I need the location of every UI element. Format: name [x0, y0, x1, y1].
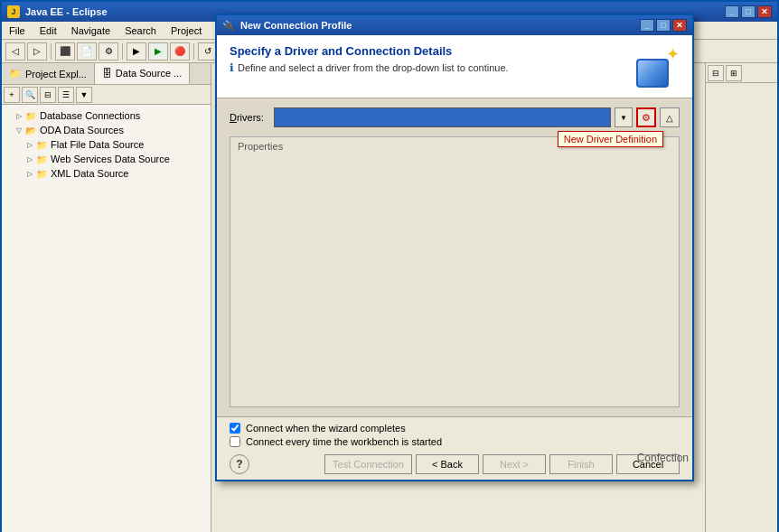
- dropdown-arrow-button[interactable]: ▼: [615, 107, 633, 127]
- expand-icon-xml: ▷: [27, 170, 33, 178]
- checkbox-connect-workbench[interactable]: [230, 436, 240, 447]
- tree-item-web-services[interactable]: ▷ 📁 Web Services Data Source: [4, 152, 209, 166]
- dialog-main-title: Specify a Driver and Connection Details: [230, 44, 636, 58]
- properties-section: Properties: [230, 136, 680, 407]
- new-connection-dialog[interactable]: 🔌 New Connection Profile _ □ ✕ Specify a…: [215, 14, 694, 481]
- tree-content: ▷ 📁 Database Connections ▽ 📂 ODA Data So…: [2, 105, 211, 532]
- right-btn-1[interactable]: ⊟: [708, 65, 724, 81]
- back-button[interactable]: < Back: [416, 454, 479, 474]
- panel-btn-filter[interactable]: 🔍: [22, 87, 38, 103]
- folder-icon-web: 📁: [35, 153, 48, 165]
- db-connections-label: Database Connections: [40, 110, 140, 121]
- toolbar-btn-6[interactable]: ▶: [127, 42, 146, 61]
- connection-icon-main: [636, 59, 669, 88]
- data-source-icon: 🗄: [102, 68, 112, 79]
- panel-btn-settings[interactable]: ▼: [76, 87, 92, 103]
- info-icon: ℹ: [230, 61, 234, 74]
- expand-icon-db: ▷: [16, 112, 22, 120]
- close-button[interactable]: ✕: [757, 5, 772, 18]
- right-panel: ⊟ ⊞: [705, 63, 777, 532]
- project-explorer-icon: 📁: [9, 68, 22, 79]
- checkboxes-area: Connect when the wizard completes Connec…: [230, 423, 680, 447]
- eclipse-icon: J: [7, 5, 20, 18]
- dialog-header-text: Specify a Driver and Connection Details …: [230, 44, 636, 74]
- tab-project-explorer[interactable]: 📁 Project Expl...: [2, 63, 95, 84]
- dialog-title-text: New Connection Profile: [240, 20, 352, 31]
- right-btn-2[interactable]: ⊞: [726, 65, 742, 81]
- toolbar-btn-5[interactable]: ⚙: [99, 42, 118, 61]
- panel-toolbar: + 🔍 ⊟ ☰ ▼: [2, 85, 211, 105]
- toolbar-btn-run[interactable]: ▶: [148, 42, 168, 61]
- connection-icon-star: ✦: [666, 44, 680, 64]
- panel-btn-new[interactable]: +: [4, 87, 20, 103]
- maximize-button[interactable]: □: [741, 5, 756, 18]
- finish-button[interactable]: Finish: [549, 454, 613, 474]
- flat-file-label: Flat File Data Source: [51, 139, 144, 150]
- dialog-body: Drivers: ▼ ⚙ New Driver Definition △ Pro…: [217, 98, 692, 416]
- toolbar-sep-1: [51, 43, 52, 60]
- dialog-header: Specify a Driver and Connection Details …: [217, 35, 692, 98]
- toolbar-sep-2: [122, 43, 123, 60]
- tree-item-flat-file[interactable]: ▷ 📁 Flat File Data Source: [4, 137, 209, 152]
- web-services-label: Web Services Data Source: [51, 154, 170, 164]
- tree-item-db-connections[interactable]: ▷ 📁 Database Connections: [4, 108, 209, 123]
- folder-icon-xml: 📁: [35, 167, 48, 180]
- drivers-dropdown[interactable]: [274, 107, 611, 127]
- toolbar-btn-3[interactable]: ⬛: [55, 42, 75, 61]
- dialog-footer: Connect when the wizard completes Connec…: [217, 416, 692, 480]
- next-button[interactable]: Next >: [483, 454, 546, 474]
- expand-icon-web: ▷: [27, 155, 33, 163]
- menu-file[interactable]: File: [5, 24, 29, 37]
- dialog-title-bar: 🔌 New Connection Profile _ □ ✕: [217, 15, 692, 35]
- left-panel: 📁 Project Expl... 🗄 Data Source ... + 🔍 …: [2, 63, 211, 532]
- dialog-title-buttons: _ □ ✕: [640, 19, 687, 32]
- confection-label: Confection: [637, 452, 689, 464]
- checkbox-connect-wizard-label: Connect when the wizard completes: [246, 423, 406, 434]
- checkbox-connect-workbench-label: Connect every time the workbench is star…: [246, 436, 442, 447]
- footer-buttons: ? Test Connection < Back Next > Finish C…: [230, 454, 680, 474]
- test-connection-button[interactable]: Test Connection: [324, 454, 412, 474]
- new-driver-definition-tooltip: New Driver Definition: [558, 131, 663, 147]
- toolbar-btn-2[interactable]: ▷: [27, 42, 47, 61]
- toolbar-btn-1[interactable]: ◁: [5, 42, 25, 61]
- drivers-row: Drivers: ▼ ⚙ New Driver Definition △: [230, 107, 680, 127]
- expand-icon-oda: ▽: [16, 126, 22, 135]
- dialog-subtitle-text: Define and select a driver from the drop…: [238, 62, 509, 73]
- minimize-button[interactable]: _: [725, 5, 739, 18]
- panel-btn-menu[interactable]: ☰: [58, 87, 74, 103]
- dialog-minimize[interactable]: _: [640, 19, 654, 32]
- xml-label: XML Data Source: [51, 168, 128, 179]
- right-toolbar: ⊟ ⊞: [706, 63, 777, 83]
- toolbar-sep-3: [193, 43, 194, 60]
- help-button[interactable]: ?: [230, 454, 249, 474]
- checkbox-row-2: Connect every time the workbench is star…: [230, 436, 680, 447]
- tab-data-source-label: Data Source ...: [116, 68, 182, 79]
- panel-tabs: 📁 Project Expl... 🗄 Data Source ...: [2, 63, 211, 85]
- driver-up-button[interactable]: △: [660, 107, 680, 127]
- dialog-close[interactable]: ✕: [672, 19, 687, 32]
- menu-search[interactable]: Search: [121, 24, 160, 37]
- checkbox-row-1: Connect when the wizard completes: [230, 423, 680, 434]
- tab-project-label: Project Expl...: [25, 69, 87, 79]
- toolbar-btn-7[interactable]: 🔴: [170, 42, 190, 61]
- expand-icon-flat: ▷: [27, 141, 33, 149]
- tab-data-source[interactable]: 🗄 Data Source ...: [95, 63, 190, 84]
- folder-icon-db: 📁: [24, 109, 37, 122]
- drivers-label: Drivers:: [230, 112, 270, 123]
- dialog-maximize[interactable]: □: [656, 19, 671, 32]
- folder-icon-oda: 📂: [24, 124, 37, 136]
- folder-icon-flat: 📁: [35, 138, 48, 151]
- panel-btn-collapse[interactable]: ⊟: [40, 87, 56, 103]
- window-controls: _ □ ✕: [725, 5, 772, 18]
- tree-item-oda[interactable]: ▽ 📂 ODA Data Sources: [4, 123, 209, 137]
- toolbar-btn-4[interactable]: 📄: [77, 42, 97, 61]
- driver-gear-button[interactable]: ⚙ New Driver Definition: [636, 107, 656, 127]
- tree-item-xml[interactable]: ▷ 📁 XML Data Source: [4, 166, 209, 181]
- menu-project[interactable]: Project: [167, 24, 205, 37]
- dialog-subtitle: ℹ Define and select a driver from the dr…: [230, 61, 636, 74]
- oda-label: ODA Data Sources: [40, 125, 124, 135]
- menu-navigate[interactable]: Navigate: [68, 24, 114, 37]
- dialog-header-icon: ✦: [636, 44, 680, 88]
- checkbox-connect-wizard[interactable]: [230, 423, 240, 434]
- menu-edit[interactable]: Edit: [36, 24, 61, 37]
